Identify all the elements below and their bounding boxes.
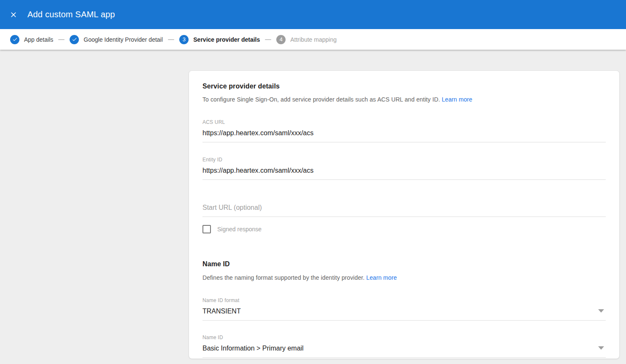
signed-response-label: Signed response [217,226,262,233]
signed-response-row[interactable]: Signed response [202,225,606,233]
close-icon [9,11,18,19]
card-section-title: Service provider details [202,83,606,90]
service-provider-details-card: Service provider details To configure Si… [189,70,620,359]
entity-id-label: Entity ID [202,157,606,163]
acs-url-label: ACS URL [202,119,606,125]
add-custom-saml-app-dialog: Add custom SAML app App details Google I… [0,0,626,364]
entity-id-input[interactable] [202,167,606,180]
name-id-label: Name ID [202,335,606,340]
name-id-format-value: TRANSIENT [202,308,606,321]
stepper-step-google-idp-details[interactable]: Google Identity Provider details [70,35,163,44]
step-label: App details [24,36,53,43]
description-text: To configure Single Sign-On, add service… [202,96,440,103]
close-button[interactable] [8,10,19,20]
step-label: Google Identity Provider details [84,36,163,43]
dialog-title: Add custom SAML app [27,10,115,19]
name-id-section-title: Name ID [202,260,606,268]
chevron-down-icon [598,346,604,350]
step-label: Service provider details [193,36,260,43]
name-id-select[interactable]: Name ID Basic Information > Primary emai… [202,335,606,358]
wizard-stepper: App details Google Identity Provider det… [0,29,626,50]
card-section-description: To configure Single Sign-On, add service… [202,96,606,103]
chevron-down-icon [598,309,604,313]
learn-more-link[interactable]: Learn more [366,274,397,281]
name-id-value: Basic Information > Primary email [202,345,606,358]
stepper-step-attribute-mapping[interactable]: 4 Attribute mapping [276,35,337,44]
name-id-format-select[interactable]: Name ID format TRANSIENT [202,297,606,321]
name-id-format-label: Name ID format [202,297,606,303]
stepper-step-app-details[interactable]: App details [10,35,53,44]
acs-url-field: ACS URL [202,119,606,142]
dialog-header: Add custom SAML app [0,0,626,29]
step-number-badge: 3 [179,35,189,44]
step-connector [168,39,174,40]
start-url-input[interactable] [202,204,606,217]
step-number-badge: 4 [276,35,286,44]
acs-url-input[interactable] [202,129,606,142]
stepper-step-service-provider-details[interactable]: 3 Service provider details [179,35,260,44]
step-label: Attribute mapping [290,36,337,43]
entity-id-field: Entity ID [202,157,606,180]
step-completed-check-icon [70,35,79,44]
start-url-field [202,204,606,217]
step-connector [265,39,271,40]
step-completed-check-icon [10,35,19,44]
description-text: Defines the naming format supported by t… [202,274,364,281]
step-connector [58,39,65,40]
learn-more-link[interactable]: Learn more [442,96,472,103]
signed-response-checkbox[interactable] [202,225,211,233]
name-id-section-description: Defines the naming format supported by t… [202,274,606,281]
